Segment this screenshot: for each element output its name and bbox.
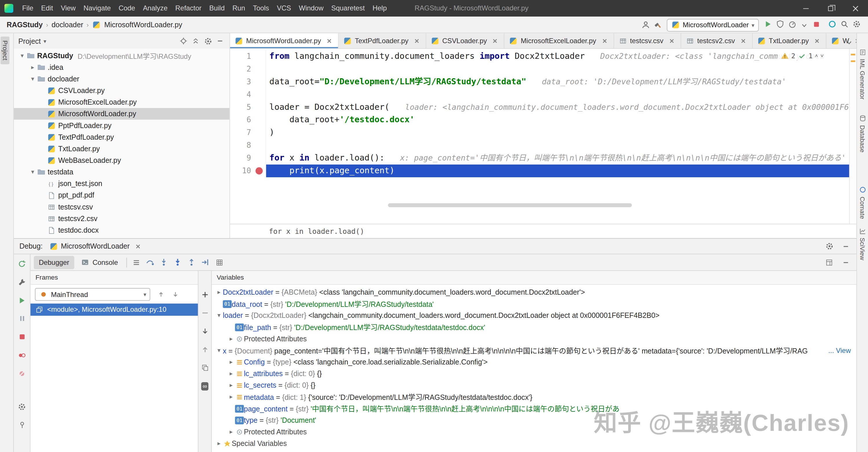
- code-line-2[interactable]: 2: [230, 63, 849, 76]
- arrow-up-button[interactable]: [155, 288, 167, 300]
- move-down-button[interactable]: [199, 325, 211, 337]
- inspection-widget[interactable]: 2 1 ˄ ˅: [778, 52, 826, 61]
- step-out-button[interactable]: [186, 256, 198, 268]
- menu-squaretest[interactable]: Squaretest: [327, 0, 369, 17]
- variable-row-type[interactable]: 01type = {str} 'Document': [212, 414, 857, 426]
- gutter-line-6[interactable]: 6: [230, 114, 266, 126]
- gutter-line-2[interactable]: 2: [230, 63, 266, 76]
- breadcrumb-item-MicrosoftWordLoader.py[interactable]: MicrosoftWordLoader.py: [104, 21, 182, 29]
- code-line-7[interactable]: 7): [230, 126, 849, 139]
- variable-row-lc_secrets[interactable]: ▸lc_secrets = {dict: 0} {}: [212, 380, 857, 391]
- gutter-line-8[interactable]: 8: [230, 139, 266, 152]
- collapse-all-button[interactable]: [190, 35, 202, 47]
- variable-row-Special Variables[interactable]: ▸Special Variables: [212, 438, 857, 449]
- variable-row-x[interactable]: ▾x = {Document} page_content='中国有个节日，叫端午…: [212, 344, 857, 356]
- chevron-right-icon[interactable]: ▸: [227, 358, 235, 366]
- search-button[interactable]: [838, 18, 850, 30]
- tree-item-MicrosoftExcelLoader.py[interactable]: MicrosoftExcelLoader.py: [14, 96, 229, 108]
- close-icon[interactable]: [813, 36, 822, 46]
- tab-console[interactable]: Console: [76, 255, 123, 269]
- settings-button[interactable]: [16, 400, 28, 413]
- pin-button[interactable]: [16, 419, 28, 431]
- tree-item-ppt_pdf.pdf[interactable]: ppt_pdf.pdf: [14, 189, 229, 201]
- wrench-button[interactable]: [16, 276, 28, 288]
- menu-analyze[interactable]: Analyze: [139, 0, 172, 17]
- view-breakpoints-button[interactable]: [16, 349, 28, 361]
- editor-tab-MicrosoftWordLoader.py[interactable]: MicrosoftWordLoader.py: [230, 33, 339, 49]
- code-text[interactable]: [266, 63, 849, 76]
- build-button[interactable]: [652, 19, 664, 31]
- menu-help[interactable]: Help: [369, 0, 391, 17]
- variable-row-lc_attributes[interactable]: ▸lc_attributes = {dict: 0} {}: [212, 368, 857, 379]
- coverage-button[interactable]: [774, 18, 786, 30]
- rerun-button[interactable]: [16, 258, 28, 270]
- code-text[interactable]: ): [266, 126, 849, 139]
- breadcrumb-item-docloader[interactable]: docloader: [52, 21, 83, 29]
- tree-item-MicrosoftWordLoader.py[interactable]: MicrosoftWordLoader.py: [14, 108, 229, 120]
- restore-layout-button[interactable]: [823, 256, 835, 268]
- close-icon[interactable]: [600, 36, 609, 46]
- code-with-me-button[interactable]: [826, 18, 838, 30]
- code-text[interactable]: from langchain_community.document_loader…: [266, 50, 849, 63]
- tool-window-tab-sciview[interactable]: SciView: [858, 227, 867, 260]
- step-into-button[interactable]: [158, 256, 170, 268]
- tree-item-PptPdfLoader.py[interactable]: PptPdfLoader.py: [14, 120, 229, 131]
- gutter-line-1[interactable]: 1: [230, 50, 266, 63]
- code-line-3[interactable]: 3data_root="D:/Development/LLM学习/RAGStud…: [230, 76, 849, 88]
- chevron-down-icon[interactable]: ▾: [43, 38, 46, 44]
- tool-window-tab-project[interactable]: Project: [1, 36, 9, 64]
- chevron-right-icon[interactable]: ▸: [227, 393, 235, 400]
- mute-breakpoints-button[interactable]: [16, 367, 28, 379]
- menu-tools[interactable]: Tools: [249, 0, 273, 17]
- layout-menu-button[interactable]: [130, 256, 142, 268]
- editor-tab-TxtLoader.py[interactable]: TxtLoader.py: [753, 33, 827, 49]
- editor-tab-CSVLoader.py[interactable]: CSVLoader.py: [426, 33, 504, 49]
- variable-row-data_root[interactable]: 01data_root = {str} 'D:/Development/LLM学…: [212, 298, 857, 310]
- chevron-down-icon[interactable]: ˅: [820, 53, 824, 59]
- step-over-button[interactable]: [144, 256, 156, 268]
- tree-item-testdata[interactable]: ▾testdata: [14, 166, 229, 178]
- breadcrumb-item-RAGStudy[interactable]: RAGStudy: [7, 21, 42, 29]
- chevron-down-icon[interactable]: ▾: [29, 76, 37, 83]
- close-icon[interactable]: [667, 36, 676, 46]
- chevron-right-icon[interactable]: ▸: [227, 335, 235, 342]
- menu-navigate[interactable]: Navigate: [80, 0, 115, 17]
- variable-row-Config[interactable]: ▸Config = {type} <class 'langchain_core.…: [212, 356, 857, 368]
- debug-session-tab[interactable]: MicrosoftWordLoader: [49, 242, 143, 251]
- run-options-button[interactable]: [798, 20, 810, 32]
- menu-file[interactable]: File: [18, 0, 37, 17]
- settings-button[interactable]: [202, 35, 214, 47]
- code-line-10[interactable]: 10 print(x.page_content): [230, 164, 849, 177]
- code-text[interactable]: for x in loader.load():x: page_content='…: [266, 152, 849, 164]
- thread-select[interactable]: MainThread ▾: [35, 288, 150, 301]
- profiler-button[interactable]: [786, 18, 798, 30]
- tool-window-tab-iml-generator[interactable]: IML Generator: [858, 48, 867, 99]
- arrow-down-button[interactable]: [169, 288, 181, 300]
- chevron-right-icon[interactable]: ▸: [227, 428, 235, 435]
- editor-tab-TextPdfLoader.py[interactable]: TextPdfLoader.py: [339, 33, 426, 49]
- code-line-5[interactable]: 5loader = Docx2txtLoader(loader: <langch…: [230, 101, 849, 114]
- locate-button[interactable]: [177, 35, 189, 47]
- tree-item-TextPdfLoader.py[interactable]: TextPdfLoader.py: [14, 131, 229, 143]
- chevron-right-icon[interactable]: ▸: [215, 289, 223, 296]
- gutter-line-4[interactable]: 4: [230, 88, 266, 101]
- show-watches-button[interactable]: ∞: [199, 380, 211, 392]
- variable-row-Protected Attributes[interactable]: ▸Protected Attributes: [212, 426, 857, 438]
- chevron-down-icon[interactable]: ▾: [215, 312, 223, 319]
- close-icon[interactable]: [412, 36, 422, 46]
- force-step-into-button[interactable]: [172, 256, 184, 268]
- code-text[interactable]: [266, 139, 849, 152]
- chevron-up-icon[interactable]: ˄: [815, 53, 818, 59]
- close-icon[interactable]: [133, 242, 143, 251]
- code-text[interactable]: [266, 88, 849, 101]
- tab-debugger[interactable]: Debugger: [34, 255, 74, 269]
- variable-row-metadata[interactable]: ▸metadata = {dict: 1} {'source': 'D:/Dev…: [212, 391, 857, 403]
- code-text[interactable]: data_root="D:/Development/LLM学习/RAGStudy…: [266, 76, 849, 88]
- close-icon[interactable]: [739, 36, 748, 46]
- evaluate-button[interactable]: [213, 256, 225, 268]
- code-line-6[interactable]: 6 data_root+'/testdoc.docx': [230, 114, 849, 126]
- menu-view[interactable]: View: [57, 0, 80, 17]
- menu-window[interactable]: Window: [295, 0, 327, 17]
- stop-button[interactable]: [810, 19, 823, 31]
- horizontal-scrollbar[interactable]: [388, 203, 632, 207]
